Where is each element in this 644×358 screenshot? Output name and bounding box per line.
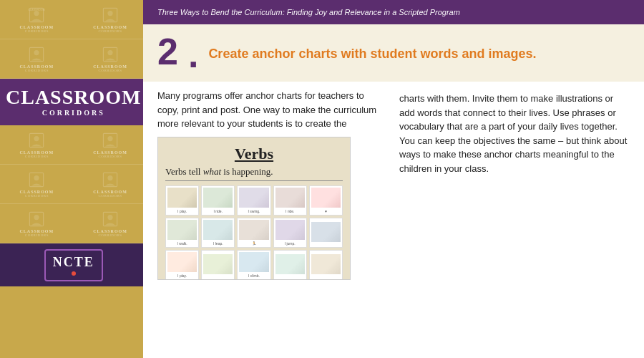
- svg-point-6: [34, 50, 39, 55]
- svg-point-8: [107, 50, 112, 55]
- sidebar-tile-3a: CLASSROOM CORRIDORS: [0, 125, 74, 164]
- svg-point-4: [107, 11, 112, 16]
- sidebar-tile-2b: CLASSROOM CORRIDORS: [74, 39, 143, 78]
- sidebar-tile-1a: CLASSROOM CLASSROOM CORRIDORS: [0, 0, 74, 39]
- chart-cell-14: [273, 250, 307, 280]
- tile-sublabel-1a: CORRIDORS: [25, 29, 49, 33]
- sidebar-tile-5b: CLASSROOM CORRIDORS: [74, 204, 143, 243]
- step-period: .: [188, 33, 198, 76]
- body-continuation-text: charts with them. Invite them to make il…: [399, 89, 630, 351]
- chart-cell-1: I play.: [165, 185, 199, 216]
- sidebar-tile-1b: CLASSROOM CORRIDORS: [74, 0, 143, 39]
- svg-point-14: [34, 175, 39, 180]
- tile-sublabel-1b: CORRIDORS: [99, 29, 122, 33]
- svg-point-12: [107, 136, 112, 141]
- chart-grid: I play. I ride. I swing. I ride.: [165, 185, 343, 280]
- brand-subtitle: CORRIDORS: [42, 109, 105, 117]
- chart-cell-11: I play.: [165, 250, 199, 280]
- body-area: Many programs offer anchor charts for te…: [143, 82, 644, 358]
- sidebar-tile-4a: CLASSROOM CORRIDORS: [0, 165, 74, 203]
- step-title: Create anchor charts with student words …: [208, 47, 536, 62]
- tile-sublabel-5a: CORRIDORS: [25, 233, 49, 237]
- chart-subtitle: Verbs tell what is happening.: [165, 166, 343, 181]
- sidebar-tile-5a: CLASSROOM CORRIDORS: [0, 204, 74, 243]
- tile-sublabel-4b: CORRIDORS: [99, 194, 122, 198]
- chart-cell-13: I climb.: [237, 250, 270, 280]
- content-area: 2 . Create anchor charts with student wo…: [143, 24, 644, 358]
- chart-cell-10: [309, 218, 343, 248]
- ncte-box: NCTE: [44, 249, 103, 281]
- svg-point-20: [107, 215, 112, 220]
- chart-cell-7: I leap.: [201, 218, 235, 248]
- svg-point-10: [34, 136, 39, 141]
- main-content: Three Ways to Bend the Curriculum: Findi…: [143, 0, 644, 358]
- sidebar: CLASSROOM CLASSROOM CORRIDORS CLASSROOM …: [0, 0, 143, 358]
- chart-cell-12: [201, 250, 235, 280]
- svg-point-18: [34, 215, 39, 220]
- header-bar: Three Ways to Bend the Curriculum: Findi…: [143, 0, 644, 24]
- sidebar-tile-3b: CLASSROOM CORRIDORS: [74, 125, 143, 164]
- ncte-dot: [72, 271, 76, 276]
- chart-cell-9: I jump.: [273, 218, 307, 248]
- svg-text:CLASSROOM: CLASSROOM: [29, 9, 45, 11]
- tile-sublabel-4a: CORRIDORS: [25, 194, 49, 198]
- chart-cell-3: I swing.: [237, 185, 270, 216]
- chart-cell-8: 🏃: [237, 218, 270, 248]
- chart-title: Verbs: [165, 145, 343, 163]
- header-title: Three Ways to Bend the Curriculum: Findi…: [157, 8, 460, 16]
- tile-sublabel-5b: CORRIDORS: [99, 233, 122, 237]
- content-left: Many programs offer anchor charts for te…: [157, 89, 388, 351]
- chart-cell-2: I ride.: [201, 185, 235, 216]
- ncte-badge-row: NCTE: [0, 243, 143, 286]
- svg-point-16: [107, 175, 112, 180]
- ncte-label: NCTE: [53, 255, 94, 270]
- chart-cell-4: I ride.: [273, 185, 307, 216]
- body-intro-text: Many programs offer anchor charts for te…: [157, 89, 388, 131]
- tile-sublabel-3b: CORRIDORS: [99, 155, 122, 158]
- chart-cell-5: ♥: [309, 185, 343, 216]
- tile-sublabel-2a: CORRIDORS: [25, 69, 49, 72]
- chart-cell-6: I walk.: [165, 218, 199, 248]
- sidebar-tile-2a: CLASSROOM CORRIDORS: [0, 39, 74, 78]
- step-number: 2: [157, 33, 178, 70]
- svg-point-1: [34, 11, 39, 16]
- tile-sublabel-3a: CORRIDORS: [25, 155, 49, 158]
- step-header: 2 . Create anchor charts with student wo…: [143, 24, 644, 82]
- chart-cell-15: [309, 250, 343, 280]
- anchor-chart-image: Verbs Verbs tell what is happening. I pl…: [157, 137, 351, 280]
- brand-title: CLASSROOM: [6, 87, 141, 107]
- brand-block: CLASSROOM CORRIDORS: [0, 79, 143, 125]
- tile-sublabel-2b: CORRIDORS: [99, 69, 122, 72]
- sidebar-tile-4b: CLASSROOM CORRIDORS: [74, 165, 143, 203]
